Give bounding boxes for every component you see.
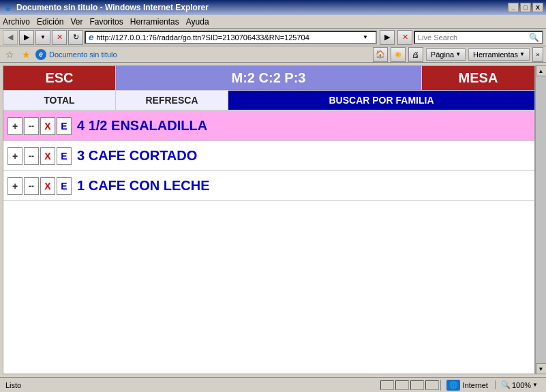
address-dropdown[interactable]: ▼: [358, 30, 373, 45]
edit-button-3[interactable]: E: [57, 177, 72, 195]
back-button[interactable]: ◀: [3, 30, 18, 45]
title-bar: e Documento sin titulo - Windows Interne…: [0, 0, 546, 15]
herramientas-button[interactable]: Herramientas ▼: [468, 48, 530, 61]
delete-button-2[interactable]: X: [40, 147, 55, 165]
menu-edicion[interactable]: Edición: [37, 17, 63, 27]
herramientas-arrow: ▼: [519, 51, 525, 57]
esc-button[interactable]: ESC: [3, 66, 116, 90]
stop-button[interactable]: ✕: [52, 30, 67, 45]
item-name-3: 1 CAFE CON LECHE: [77, 178, 209, 194]
app-header-row2: TOTAL REFRESCA BUSCAR POR FAMILIA: [3, 91, 534, 111]
total-button[interactable]: TOTAL: [3, 91, 116, 110]
pagina-arrow: ▼: [455, 51, 461, 57]
menu-herramientas[interactable]: Herramientas: [130, 17, 179, 27]
more-button[interactable]: »: [532, 47, 543, 62]
pagina-label: Página: [431, 50, 454, 59]
buscar-button[interactable]: BUSCAR POR FAMILIA: [228, 91, 534, 110]
status-section-3: [410, 380, 424, 390]
stop-x-button[interactable]: ✕: [397, 30, 412, 45]
zoom-icon: 🔍: [501, 380, 511, 389]
menu-ayuda[interactable]: Ayuda: [186, 17, 209, 27]
status-text: Listo: [3, 381, 378, 389]
zoom-level: 100%: [512, 381, 531, 389]
item-controls-2: + -- X E: [7, 147, 72, 165]
window-title: Documento sin titulo - Windows Internet …: [16, 3, 209, 12]
bookmarks-right: 🏠 ◉ 🖨 Página ▼ Herramientas ▼ »: [373, 47, 543, 62]
search-input[interactable]: [418, 33, 529, 42]
order-item-2: + -- X E 3 CAFE CORTADO: [3, 141, 534, 171]
order-item-1: + -- X E 4 1/2 ENSALADILLA: [3, 111, 534, 141]
pagina-button[interactable]: Página ▼: [426, 48, 466, 61]
status-zoom[interactable]: 🔍 100% ▼: [495, 380, 543, 389]
title-bar-left: e Documento sin titulo - Windows Interne…: [3, 2, 209, 13]
item-controls-1: + -- X E: [7, 117, 72, 135]
edit-button-2[interactable]: E: [57, 147, 72, 165]
herramientas-label: Herramientas: [473, 50, 518, 59]
mesa-button[interactable]: MESA: [422, 66, 534, 90]
minus-button-2[interactable]: --: [24, 147, 39, 165]
menu-archivo[interactable]: Archivo: [3, 17, 30, 27]
zoom-arrow: ▼: [532, 382, 538, 388]
refresca-button[interactable]: REFRESCA: [116, 91, 228, 110]
star-icon[interactable]: ☆: [3, 48, 16, 61]
status-sections: 🌐 Internet 🔍 100% ▼: [380, 380, 543, 391]
dropdown-button[interactable]: ▼: [35, 30, 50, 45]
scroll-track[interactable]: [536, 76, 547, 363]
status-section-1: [380, 380, 394, 390]
plus-button-2[interactable]: +: [7, 147, 22, 165]
minimize-button[interactable]: _: [508, 3, 519, 12]
close-button[interactable]: X: [532, 3, 543, 12]
empty-area: [3, 201, 534, 374]
app-inner: ESC M:2 C:2 P:3 MESA TOTAL REFRESCA: [3, 65, 535, 374]
minus-button-3[interactable]: --: [24, 177, 39, 195]
status-zone: 🌐 Internet: [440, 380, 494, 391]
title-bar-buttons: _ □ X: [508, 3, 543, 12]
menu-favoritos[interactable]: Favoritos: [89, 17, 123, 27]
item-controls-3: + -- X E: [7, 177, 72, 195]
search-icon[interactable]: 🔍: [529, 33, 539, 42]
ie-icon-small: e: [89, 32, 93, 42]
status-section-2: [395, 380, 409, 390]
print-button[interactable]: 🖨: [408, 47, 423, 62]
globe-icon: 🌐: [446, 380, 460, 391]
maximize-button[interactable]: □: [520, 3, 531, 12]
scroll-down-button[interactable]: ▼: [536, 363, 547, 374]
ie-favicon: e: [3, 2, 14, 13]
address-bar: e ▼: [85, 31, 377, 44]
forward-button[interactable]: ▶: [19, 30, 34, 45]
scroll-up-button[interactable]: ▲: [536, 65, 547, 76]
app-header-row1: ESC M:2 C:2 P:3 MESA: [3, 66, 534, 91]
plus-button-3[interactable]: +: [7, 177, 22, 195]
go-button[interactable]: ▶: [380, 30, 395, 45]
address-input[interactable]: [96, 33, 355, 42]
menu-ver[interactable]: Ver: [70, 17, 82, 27]
bookmark-page[interactable]: e Documento sin titulo: [35, 49, 117, 60]
bookmarks-bar: ☆ ★ e Documento sin titulo 🏠 ◉ 🖨 Página …: [0, 46, 546, 63]
item-name-1: 4 1/2 ENSALADILLA: [77, 118, 207, 134]
ie-page-icon: e: [35, 49, 46, 60]
order-info: M:2 C:2 P:3: [116, 66, 422, 90]
minus-button-1[interactable]: --: [24, 117, 39, 135]
status-bar: Listo 🌐 Internet 🔍 100% ▼: [0, 377, 546, 392]
refresh-button[interactable]: ↻: [68, 30, 83, 45]
browser-window: e Documento sin titulo - Windows Interne…: [0, 0, 546, 392]
zone-label: Internet: [463, 381, 488, 389]
star-filled-icon[interactable]: ★: [19, 48, 33, 61]
order-item-3: + -- X E 1 CAFE CON LECHE: [3, 171, 534, 201]
status-section-4: [425, 380, 439, 390]
nav-bar: ◀ ▶ ▼ ✕ ↻ e ▼ ▶ ✕ 🔍: [0, 29, 546, 46]
home-button[interactable]: 🏠: [373, 47, 388, 62]
edit-button-1[interactable]: E: [57, 117, 72, 135]
app-wrapper: ESC M:2 C:2 P:3 MESA TOTAL REFRESCA: [0, 63, 535, 377]
plus-button-1[interactable]: +: [7, 117, 22, 135]
item-name-2: 3 CAFE CORTADO: [77, 148, 197, 164]
delete-button-1[interactable]: X: [40, 117, 55, 135]
search-bar: 🔍: [414, 31, 543, 44]
rss-button[interactable]: ◉: [391, 47, 406, 62]
bookmark-page-label: Documento sin titulo: [49, 50, 117, 59]
delete-button-3[interactable]: X: [40, 177, 55, 195]
right-scrollbar[interactable]: ▲ ▼: [535, 65, 546, 374]
menu-bar: Archivo Edición Ver Favoritos Herramient…: [0, 15, 546, 29]
content-area: ESC M:2 C:2 P:3 MESA TOTAL REFRESCA: [0, 63, 546, 377]
